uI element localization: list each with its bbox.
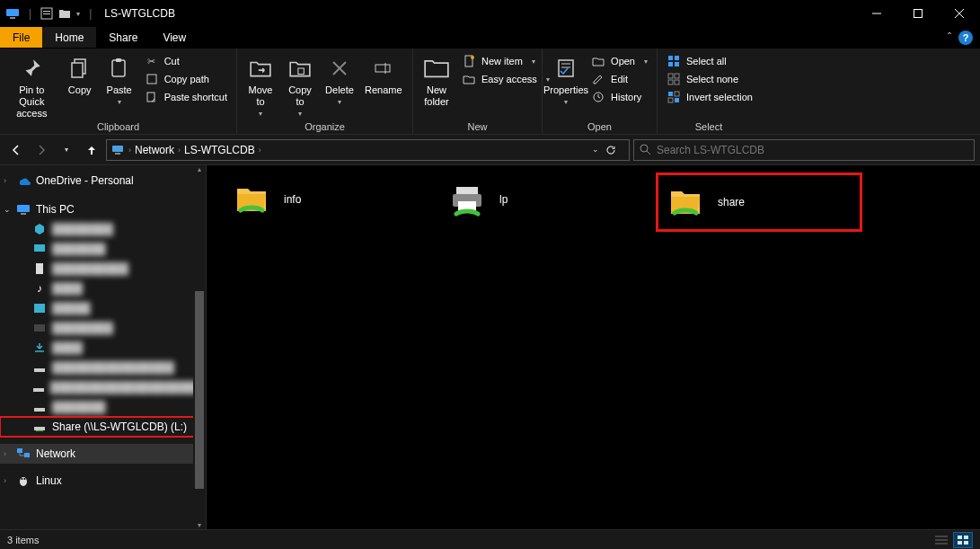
- paste-shortcut-button[interactable]: Paste shortcut: [139, 88, 233, 106]
- tree-item-blurred[interactable]: █████: [0, 298, 206, 318]
- qat-newfolder-icon[interactable]: [58, 7, 71, 20]
- breadcrumb-network[interactable]: Network: [135, 144, 174, 156]
- item-share[interactable]: share: [656, 173, 862, 232]
- svg-rect-64: [964, 536, 968, 539]
- title-divider: |: [85, 7, 95, 20]
- edit-button[interactable]: Edit: [586, 70, 653, 88]
- crumb-sep-icon[interactable]: ›: [178, 146, 181, 155]
- properties-button[interactable]: Properties▾: [546, 50, 586, 108]
- refresh-button[interactable]: [605, 145, 625, 155]
- edit-icon: [591, 72, 605, 86]
- tab-file[interactable]: File: [0, 27, 42, 48]
- maximize-button[interactable]: [897, 0, 939, 27]
- ribbon-group-organize: Move to▾ Copy to▾ Delete▾ Rename Organiz…: [237, 49, 413, 134]
- ribbon-group-clipboard: Pin to Quick access Copy Paste ▾ ✂Cut Co…: [0, 49, 237, 134]
- paste-shortcut-icon: [145, 90, 159, 104]
- svg-rect-39: [115, 153, 120, 155]
- music-icon: ♪: [32, 281, 47, 296]
- select-none-icon: [667, 72, 681, 86]
- tree-item-blurred[interactable]: ████████████████: [0, 358, 206, 377]
- tree-item-blurred[interactable]: ████: [0, 338, 206, 358]
- history-button[interactable]: History: [586, 88, 653, 106]
- tree-item-blurred[interactable]: ♪████: [0, 279, 206, 298]
- new-folder-button[interactable]: New folder: [417, 50, 456, 108]
- svg-rect-27: [675, 56, 679, 60]
- copy-icon: [66, 54, 94, 83]
- tree-onedrive[interactable]: › OneDrive - Personal: [0, 171, 206, 190]
- invert-selection-button[interactable]: Invert selection: [661, 88, 758, 106]
- nav-pane[interactable]: › OneDrive - Personal ⌄ This PC ████████…: [0, 165, 207, 529]
- copy-button[interactable]: Copy: [60, 50, 100, 96]
- tab-home[interactable]: Home: [42, 27, 96, 48]
- ribbon-group-select: Select all Select none Invert selection …: [658, 49, 760, 134]
- qat-properties-icon[interactable]: [40, 7, 53, 20]
- tree-share-drive[interactable]: Share (\\LS-WTGLCDB) (L:): [0, 417, 206, 437]
- tree-linux[interactable]: › Linux: [0, 471, 206, 491]
- app-icon: [5, 6, 20, 21]
- cut-button[interactable]: ✂Cut: [139, 52, 233, 70]
- delete-button[interactable]: Delete▾: [320, 50, 359, 108]
- qat-divider: |: [25, 7, 35, 20]
- item-label: share: [718, 196, 745, 208]
- pin-quick-access-button[interactable]: Pin to Quick access: [4, 50, 60, 120]
- chevron-right-icon[interactable]: ›: [4, 176, 6, 185]
- tree-item-blurred[interactable]: ███████: [0, 239, 206, 259]
- item-lp[interactable]: lp: [440, 173, 647, 226]
- crumb-sep-icon[interactable]: ›: [259, 146, 261, 155]
- chevron-down-icon[interactable]: ⌄: [4, 205, 11, 214]
- up-button[interactable]: [81, 139, 102, 161]
- select-all-button[interactable]: Select all: [661, 52, 758, 70]
- move-to-button[interactable]: Move to▾: [241, 50, 280, 120]
- recent-locations-button[interactable]: ▾: [56, 139, 77, 161]
- rename-icon: [369, 54, 398, 83]
- open-button[interactable]: Open▾: [586, 52, 653, 70]
- breadcrumb-node[interactable]: LS-WTGLCDB: [184, 144, 255, 156]
- tiles-view-button[interactable]: [953, 532, 973, 548]
- minimize-button[interactable]: [856, 0, 897, 27]
- tree-item-blurred[interactable]: ███████: [0, 397, 206, 417]
- svg-rect-13: [147, 75, 156, 84]
- svg-rect-57: [456, 187, 478, 194]
- crumb-sep-icon[interactable]: ›: [128, 146, 131, 155]
- content-pane[interactable]: info lp share: [207, 165, 980, 529]
- help-icon[interactable]: ?: [958, 31, 973, 45]
- pictures-icon: [32, 301, 47, 315]
- rename-button[interactable]: Rename: [359, 50, 408, 96]
- item-info[interactable]: info: [225, 173, 431, 226]
- close-button[interactable]: [939, 0, 980, 27]
- svg-rect-34: [668, 92, 673, 96]
- tab-share[interactable]: Share: [96, 27, 150, 48]
- address-bar[interactable]: › Network › LS-WTGLCDB › ⌄: [106, 139, 630, 161]
- titlebar: | ▾ | LS-WTGLCDB: [0, 0, 980, 27]
- forward-button[interactable]: [31, 139, 52, 161]
- chevron-right-icon[interactable]: ›: [4, 449, 6, 458]
- easy-access-button[interactable]: Easy access▾: [456, 70, 555, 88]
- select-none-button[interactable]: Select none: [661, 70, 758, 88]
- tree-item-blurred[interactable]: ████████████████████: [0, 377, 206, 397]
- downloads-icon: [32, 341, 47, 355]
- qat-dropdown-icon[interactable]: ▾: [76, 10, 80, 18]
- copy-to-button[interactable]: Copy to▾: [280, 50, 320, 120]
- sidebar-scrollbar[interactable]: ▴ ▾: [193, 165, 206, 529]
- address-dropdown-button[interactable]: ⌄: [586, 145, 605, 155]
- tree-item-blurred[interactable]: ████████: [0, 219, 206, 239]
- svg-point-54: [20, 477, 27, 486]
- search-input[interactable]: [657, 144, 968, 156]
- chevron-right-icon[interactable]: ›: [4, 476, 6, 485]
- svg-rect-26: [668, 56, 673, 60]
- status-bar: 3 items: [0, 529, 980, 549]
- tree-item-blurred[interactable]: ████████: [0, 318, 206, 338]
- details-view-button[interactable]: [931, 532, 951, 548]
- new-item-button[interactable]: New item▾: [456, 52, 555, 70]
- svg-rect-52: [17, 448, 22, 453]
- tree-this-pc[interactable]: ⌄ This PC: [0, 199, 206, 219]
- tree-network[interactable]: › Network: [0, 444, 206, 464]
- ribbon-collapse-icon[interactable]: ˆ: [948, 31, 951, 44]
- svg-rect-49: [33, 388, 44, 392]
- paste-button[interactable]: Paste ▾: [100, 50, 139, 108]
- copy-path-button[interactable]: Copy path: [139, 70, 233, 88]
- tab-view[interactable]: View: [150, 27, 199, 48]
- tree-item-blurred[interactable]: ██████████: [0, 259, 206, 279]
- search-box[interactable]: [633, 139, 975, 161]
- back-button[interactable]: [5, 139, 27, 161]
